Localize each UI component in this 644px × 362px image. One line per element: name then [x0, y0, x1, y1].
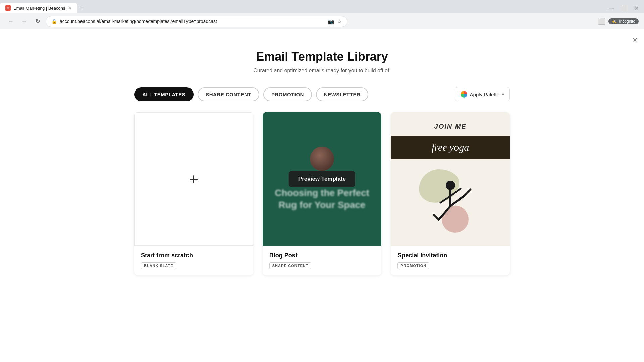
blog-card-preview: ··· Choosing the Perfect Rug for Your Sp… [263, 112, 382, 246]
blank-card-info: Start from scratch BLANK SLATE [134, 246, 253, 275]
svg-line-3 [434, 215, 439, 220]
invite-card-title: Special Invitation [397, 252, 503, 259]
forward-button[interactable]: → [19, 16, 30, 27]
svg-line-4 [450, 196, 464, 206]
blank-card-title: Start from scratch [141, 252, 247, 259]
palette-icon [461, 91, 467, 98]
page-title: Email Template Library [134, 50, 510, 64]
page-content: × Email Template Library Curated and opt… [0, 29, 644, 362]
blog-card-tag: SHARE CONTENT [269, 262, 312, 269]
star-icon: ☆ [337, 18, 342, 25]
cards-grid: + Start from scratch BLANK SLATE ··· Cho… [134, 112, 510, 275]
invite-yoga-banner: free yoga [391, 136, 510, 159]
apply-palette-label: Apply Palette [470, 92, 499, 97]
svg-line-5 [464, 189, 471, 196]
svg-line-6 [440, 196, 450, 203]
filter-tab-share[interactable]: SHARE CONTENT [198, 87, 259, 101]
new-tab-button[interactable]: + [77, 3, 86, 13]
preview-template-button[interactable]: Preview Template [289, 171, 355, 187]
blog-heading-text: Choosing the Perfect Rug for Your Space [263, 187, 382, 212]
filter-tab-promotion[interactable]: PROMOTION [263, 87, 312, 101]
apply-palette-button[interactable]: Apply Palette ▾ [455, 87, 510, 101]
incognito-label: Incognito [619, 19, 635, 24]
maximize-button[interactable]: ⬜ [618, 4, 630, 13]
svg-point-0 [446, 181, 455, 190]
tab-close-btn[interactable]: ✕ [68, 5, 72, 11]
page-subtitle: Curated and optimized emails ready for y… [134, 68, 510, 74]
filter-tab-newsletter[interactable]: NEWSLETTER [316, 87, 368, 101]
invite-card-tag: PROMOTION [397, 262, 429, 269]
template-card-blog[interactable]: ··· Choosing the Perfect Rug for Your Sp… [263, 112, 382, 275]
palette-chevron-icon: ▾ [502, 92, 504, 97]
lock-icon: 🔒 [51, 19, 57, 24]
invite-card-preview: JOIN ME free yoga [391, 112, 510, 246]
template-card-invite[interactable]: JOIN ME free yoga [391, 112, 510, 275]
filter-tabs: ALL TEMPLATES SHARE CONTENT PROMOTION NE… [134, 87, 368, 101]
invite-join-text: JOIN ME [434, 123, 467, 130]
camera-icon: 📷 [328, 18, 334, 25]
blog-card-title: Blog Post [269, 252, 375, 259]
invite-yoga-text: free yoga [432, 142, 469, 153]
address-bar[interactable]: 🔒 account.beacons.ai/email-marketing/hom… [46, 16, 347, 27]
url-text: account.beacons.ai/email-marketing/home/… [60, 19, 325, 24]
back-button[interactable]: ← [5, 16, 16, 27]
reload-button[interactable]: ↻ [32, 16, 43, 27]
filter-row: ALL TEMPLATES SHARE CONTENT PROMOTION NE… [134, 87, 510, 101]
incognito-badge: 🕵 Incognito [608, 18, 639, 24]
yoga-figure-icon [427, 176, 474, 230]
minimize-button[interactable]: — [606, 4, 617, 13]
plus-icon: + [189, 170, 198, 188]
browser-tab[interactable]: ✉ Email Marketing | Beacons ✕ [0, 3, 77, 13]
tab-favicon: ✉ [5, 5, 11, 11]
close-page-button[interactable]: × [633, 35, 637, 44]
blog-avatar [310, 147, 334, 171]
incognito-icon: 🕵 [612, 19, 617, 24]
close-window-button[interactable]: ✕ [632, 4, 641, 13]
filter-tab-all[interactable]: ALL TEMPLATES [134, 87, 194, 101]
blank-card-tag: BLANK SLATE [141, 262, 176, 269]
blog-card-info: Blog Post SHARE CONTENT [263, 246, 382, 275]
svg-line-2 [439, 206, 450, 220]
blank-card-preview: + [134, 112, 253, 246]
template-card-blank[interactable]: + Start from scratch BLANK SLATE [134, 112, 253, 275]
tab-title: Email Marketing | Beacons [13, 6, 65, 11]
invite-figure-area [422, 159, 479, 246]
sidebar-button[interactable]: ⬜ [596, 16, 607, 27]
invite-card-info: Special Invitation PROMOTION [391, 246, 510, 275]
svg-line-7 [450, 189, 461, 196]
